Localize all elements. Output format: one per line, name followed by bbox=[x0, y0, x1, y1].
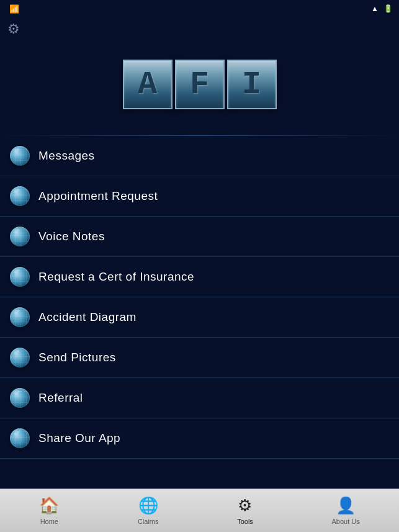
globe-icon-appointment-request bbox=[10, 186, 30, 206]
tab-label-tools: Tools bbox=[237, 518, 253, 525]
tab-label-about-us: About Us bbox=[331, 518, 359, 525]
status-bar: 📶 ▲ 🔋 bbox=[0, 0, 399, 17]
menu-label-messages: Messages bbox=[38, 149, 95, 163]
location-icon: ▲ bbox=[371, 4, 379, 13]
globe-icon-voice-notes bbox=[10, 227, 30, 246]
wifi-icon: 📶 bbox=[9, 4, 19, 14]
globe-icon-accident-diagram bbox=[10, 307, 30, 327]
logo-letter-f: F bbox=[175, 60, 225, 109]
menu-item-accident-diagram[interactable]: Accident Diagram bbox=[0, 297, 399, 338]
menu-item-messages[interactable]: Messages bbox=[0, 136, 399, 176]
menu-item-share-app[interactable]: Share Our App bbox=[0, 418, 399, 459]
tab-icon-claims: 🌐 bbox=[138, 496, 158, 515]
menu-label-referral: Referral bbox=[38, 391, 83, 405]
menu-item-appointment-request[interactable]: Appointment Request bbox=[0, 176, 399, 217]
tab-tools[interactable]: ⚙Tools bbox=[225, 491, 266, 530]
menu-list: MessagesAppointment RequestVoice NotesRe… bbox=[0, 136, 399, 459]
menu-item-referral[interactable]: Referral bbox=[0, 378, 399, 418]
afi-logo: A F I bbox=[123, 60, 277, 109]
menu-item-send-pictures[interactable]: Send Pictures bbox=[0, 338, 399, 378]
tab-claims[interactable]: 🌐Claims bbox=[125, 491, 171, 530]
menu-item-request-cert[interactable]: Request a Cert of Insurance bbox=[0, 257, 399, 297]
globe-icon-share-app bbox=[10, 428, 30, 448]
logo-section: A F I bbox=[0, 41, 399, 135]
tab-home[interactable]: 🏠Home bbox=[27, 491, 71, 530]
settings-row: ⚙ bbox=[0, 17, 399, 41]
menu-label-accident-diagram: Accident Diagram bbox=[38, 310, 137, 324]
menu-label-voice-notes: Voice Notes bbox=[38, 230, 105, 243]
menu-label-share-app: Share Our App bbox=[38, 431, 120, 445]
logo-letter-a: A bbox=[123, 60, 173, 109]
globe-icon-send-pictures bbox=[10, 348, 30, 367]
tab-icon-about-us: 👤 bbox=[336, 496, 356, 515]
tab-bar: 🏠Home🌐Claims⚙Tools👤About Us bbox=[0, 489, 399, 532]
status-bar-right: ▲ 🔋 bbox=[371, 4, 393, 13]
globe-icon-referral bbox=[10, 388, 30, 408]
menu-label-send-pictures: Send Pictures bbox=[38, 351, 116, 364]
status-bar-left: 📶 bbox=[6, 4, 19, 14]
tab-icon-tools: ⚙ bbox=[238, 496, 252, 515]
menu-label-appointment-request: Appointment Request bbox=[38, 189, 158, 203]
tab-label-claims: Claims bbox=[138, 518, 159, 525]
logo-letter-i: I bbox=[227, 60, 277, 109]
settings-icon[interactable]: ⚙ bbox=[7, 21, 20, 37]
globe-icon-request-cert bbox=[10, 267, 30, 287]
battery-icon: 🔋 bbox=[383, 4, 393, 13]
tab-icon-home: 🏠 bbox=[39, 496, 59, 515]
menu-label-request-cert: Request a Cert of Insurance bbox=[38, 270, 194, 284]
globe-icon-messages bbox=[10, 146, 30, 166]
tab-label-home: Home bbox=[40, 518, 58, 525]
tab-about-us[interactable]: 👤About Us bbox=[319, 491, 372, 530]
menu-item-voice-notes[interactable]: Voice Notes bbox=[0, 217, 399, 257]
